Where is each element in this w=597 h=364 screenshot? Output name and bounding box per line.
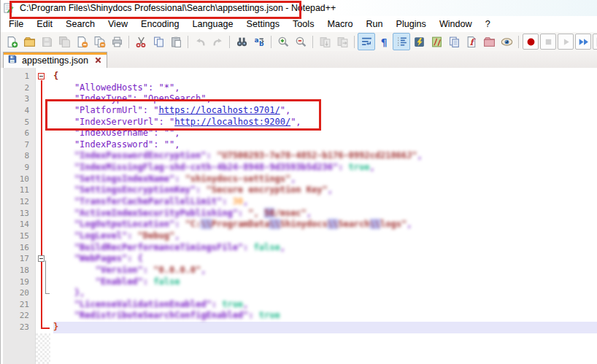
fold-row xyxy=(36,82,50,94)
code-token: "U7500293-7e78-4852-b176-0992cd21866J" xyxy=(217,150,417,160)
code-token: , xyxy=(328,185,333,195)
folder-workspace-icon xyxy=(483,36,496,48)
cut-icon xyxy=(135,36,147,48)
find-button[interactable] xyxy=(233,33,250,50)
toolbar-separator xyxy=(312,36,313,48)
menu-item-file[interactable]: File xyxy=(2,18,30,31)
paste-button[interactable] xyxy=(167,33,185,50)
fold-row xyxy=(36,162,50,174)
code-line-15[interactable]: "LogLevel": "Debug", xyxy=(53,231,597,242)
new-file-button[interactable] xyxy=(3,33,20,50)
close-tab-icon[interactable] xyxy=(94,54,102,67)
user-defined-dialog-button[interactable] xyxy=(410,33,428,50)
copy-icon xyxy=(153,36,165,48)
menu-item-language[interactable]: Language xyxy=(186,18,240,31)
code-line-19[interactable]: "Enabled": false xyxy=(53,276,597,288)
word-wrap-button[interactable] xyxy=(358,33,375,50)
line-number: 9 xyxy=(3,162,35,174)
line-number: 22 xyxy=(3,310,35,322)
macro-save-button[interactable] xyxy=(593,34,597,50)
menu-item-plugins[interactable]: Plugins xyxy=(390,18,433,31)
print-button[interactable] xyxy=(108,33,126,50)
macro-play-button[interactable] xyxy=(558,34,574,50)
redo-icon xyxy=(212,36,224,48)
undo-button[interactable] xyxy=(191,33,209,50)
close-all-documents-button[interactable] xyxy=(90,33,108,50)
url-link[interactable]: http://localhost:9200/ xyxy=(174,117,290,127)
document-list-button[interactable] xyxy=(445,33,463,50)
print-icon xyxy=(111,36,123,48)
fold-row xyxy=(36,299,50,311)
redacted-text: "RedistributeSearchConfigEnabled": true xyxy=(53,310,280,320)
code-line-2[interactable]: "AllowedHosts": "*", xyxy=(53,82,597,94)
code-line-13[interactable]: "ActiveIndexSecurityPublishing": ", 50/m… xyxy=(53,208,597,220)
sync-vertical-scrolling-button[interactable] xyxy=(316,33,334,50)
fold-margin xyxy=(36,68,50,364)
menu-item-window[interactable]: Window xyxy=(433,18,479,31)
code-line-5[interactable]: "IndexServerUrl": "http://localhost:9200… xyxy=(53,117,597,128)
code-token: , xyxy=(307,208,312,218)
tab-bar: appsettings.json xyxy=(1,51,597,69)
sync-horizontal-scrolling-button[interactable] xyxy=(334,33,351,50)
code-line-6[interactable]: "IndexUsername": "", xyxy=(53,128,597,139)
code-line-12[interactable]: "TransferCacheParallelLimit": 30, xyxy=(53,196,597,208)
menu-item-edit[interactable]: Edit xyxy=(30,18,59,31)
show-indent-guide-button[interactable] xyxy=(393,33,410,50)
save-button[interactable] xyxy=(38,33,55,50)
menu-item-encoding[interactable]: Encoding xyxy=(134,18,186,31)
code-line-22[interactable]: "RedistributeSearchConfigEnabled": true xyxy=(53,310,597,322)
line-number: 10 xyxy=(3,174,35,185)
menu-item-view[interactable]: View xyxy=(101,18,134,31)
menu-item-tools[interactable]: Tools xyxy=(286,18,320,31)
tab-appsettings-json[interactable]: appsettings.json xyxy=(3,52,107,68)
code-line-14[interactable]: "LogOutputLocation": "C:\\ProgramData\\S… xyxy=(53,219,597,231)
code-line-16[interactable]: "BuildRecPerformanceTimingsFile": false, xyxy=(53,242,597,254)
code-line-21[interactable]: "LicenseValidationEnabled": true, xyxy=(53,299,597,311)
macro-record-button[interactable] xyxy=(523,34,539,50)
code-line-11[interactable]: "SettingsEncryptionKey": "Secure encrypt… xyxy=(53,185,597,196)
menu-item-settings[interactable]: Settings xyxy=(240,18,287,31)
menu-item-help[interactable]: ? xyxy=(479,18,497,31)
editor-area[interactable]: 1234567891011121314151617181920212223 { … xyxy=(1,68,597,364)
fold-collapse-icon[interactable] xyxy=(38,73,45,80)
replace-button[interactable]: ab xyxy=(250,33,268,50)
fold-row xyxy=(36,276,50,288)
code-line-23[interactable]: } xyxy=(53,322,597,333)
fold-collapse-icon[interactable] xyxy=(38,255,45,262)
copy-button[interactable] xyxy=(150,33,167,50)
code-line-3[interactable]: "IndexType": "OpenSearch", xyxy=(53,93,597,105)
save-all-button[interactable] xyxy=(55,33,73,50)
code-line-10[interactable]: "SettingsIndexName": "shinydocs-settings… xyxy=(53,174,597,185)
code-token: "Secure encryption Key" xyxy=(207,185,328,195)
folder-as-workspace-button[interactable] xyxy=(480,33,498,50)
menu-item-search[interactable]: Search xyxy=(59,18,101,31)
zoom-out-button[interactable] xyxy=(292,33,309,50)
macro-stop-button[interactable] xyxy=(540,34,556,50)
code-text-area[interactable]: { "AllowedHosts": "*", "IndexType": "Ope… xyxy=(50,68,597,364)
line-number: 4 xyxy=(3,105,35,117)
function-list-button[interactable]: f xyxy=(463,33,480,50)
code-token: "IndexUsername": "", xyxy=(53,128,180,138)
code-line-8[interactable]: "IndexPasswordEncryption": "U7500293-7e7… xyxy=(53,150,597,162)
menu-item-run[interactable]: Run xyxy=(359,18,389,31)
code-line-20[interactable]: }, xyxy=(53,287,597,299)
zoom-in-button[interactable] xyxy=(274,33,292,50)
show-all-characters-button[interactable]: ¶ xyxy=(375,33,393,50)
close-document-button[interactable] xyxy=(73,33,90,50)
macro-run-multiple-button[interactable] xyxy=(575,34,591,50)
code-line-17[interactable]: "WebPages": { xyxy=(53,253,597,265)
monitoring-button[interactable] xyxy=(498,33,515,50)
code-line-1[interactable]: { xyxy=(53,71,597,82)
code-line-9[interactable]: "IndexMissingFlag-shd-cxth-4b24-8948-9d3… xyxy=(53,162,597,174)
notepad-plus-plus-icon xyxy=(3,3,14,14)
redo-button[interactable] xyxy=(209,33,226,50)
menu-item-macro[interactable]: Macro xyxy=(320,18,359,31)
code-line-7[interactable]: "IndexPassword": "", xyxy=(53,139,597,151)
document-map-button[interactable] xyxy=(428,33,445,50)
url-link[interactable]: https://localhost:9701/ xyxy=(159,105,280,115)
open-file-button[interactable] xyxy=(20,33,38,50)
code-line-4[interactable]: "PlatformUrl": "https://localhost:9701/"… xyxy=(53,105,597,117)
code-line-18[interactable]: "Version": "0.0.0.0", xyxy=(53,265,597,276)
fold-row xyxy=(36,322,50,333)
cut-button[interactable] xyxy=(132,33,150,50)
